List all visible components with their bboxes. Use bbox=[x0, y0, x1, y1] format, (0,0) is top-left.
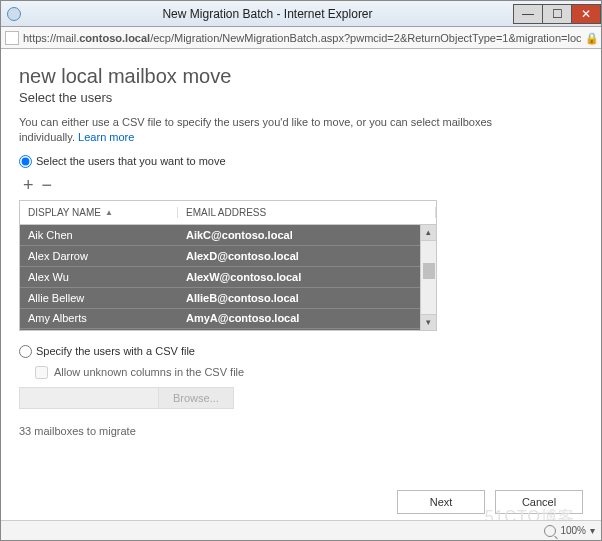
next-button[interactable]: Next bbox=[397, 490, 485, 514]
user-toolbar: + − bbox=[19, 174, 583, 200]
scroll-down-icon[interactable]: ▾ bbox=[421, 314, 436, 330]
footer-buttons: Next Cancel bbox=[397, 490, 583, 514]
ie-favicon bbox=[7, 7, 21, 21]
lock-icon: 🔒 bbox=[585, 32, 597, 44]
table-scrollbar[interactable]: ▴ ▾ bbox=[420, 225, 436, 330]
option-csv[interactable]: Specify the users with a CSV file bbox=[19, 345, 583, 358]
allow-unknown-checkbox[interactable] bbox=[35, 366, 48, 379]
table-row[interactable]: Amy AlbertsAmyA@contoso.local bbox=[20, 309, 436, 329]
table-row[interactable]: Allie BellewAllieB@contoso.local bbox=[20, 288, 436, 309]
minimize-button[interactable]: — bbox=[513, 4, 543, 24]
allow-unknown-label: Allow unknown columns in the CSV file bbox=[54, 366, 244, 378]
address-bar[interactable]: https://mail.contoso.local/ecp/Migration… bbox=[1, 27, 601, 49]
col-email[interactable]: EMAIL ADDRESS bbox=[178, 207, 436, 218]
csv-path-input bbox=[19, 387, 159, 409]
radio-select-users[interactable] bbox=[19, 155, 32, 168]
mailbox-count: 33 mailboxes to migrate bbox=[19, 425, 583, 437]
csv-section: Specify the users with a CSV file Allow … bbox=[19, 345, 583, 409]
scroll-thumb[interactable] bbox=[423, 263, 435, 279]
add-user-icon[interactable]: + bbox=[23, 176, 34, 194]
window-title: New Migration Batch - Internet Explorer bbox=[21, 7, 514, 21]
window-buttons: — ☐ ✕ bbox=[514, 4, 601, 24]
option-select-users-label: Select the users that you want to move bbox=[36, 155, 226, 167]
user-table: DISPLAY NAME▲ EMAIL ADDRESS Aik ChenAikC… bbox=[19, 200, 437, 331]
col-display-name[interactable]: DISPLAY NAME▲ bbox=[20, 207, 178, 218]
zoom-icon[interactable] bbox=[544, 525, 556, 537]
remove-user-icon[interactable]: − bbox=[42, 176, 53, 194]
option-csv-label: Specify the users with a CSV file bbox=[36, 345, 195, 357]
table-row[interactable]: Alex DarrowAlexD@contoso.local bbox=[20, 246, 436, 267]
page-icon bbox=[5, 31, 19, 45]
table-row[interactable]: Alex WuAlexW@contoso.local bbox=[20, 267, 436, 288]
option-select-users[interactable]: Select the users that you want to move bbox=[19, 155, 583, 168]
intro-text: You can either use a CSV file to specify… bbox=[19, 115, 549, 145]
scroll-up-icon[interactable]: ▴ bbox=[421, 225, 436, 241]
radio-csv[interactable] bbox=[19, 345, 32, 358]
cancel-button[interactable]: Cancel bbox=[495, 490, 583, 514]
browse-row: Browse... bbox=[19, 387, 583, 409]
zoom-dropdown-icon[interactable]: ▾ bbox=[590, 525, 595, 536]
maximize-button[interactable]: ☐ bbox=[542, 4, 572, 24]
table-row[interactable]: Aik ChenAikC@contoso.local bbox=[20, 225, 436, 246]
learn-more-link[interactable]: Learn more bbox=[78, 131, 134, 143]
url-text: https://mail.contoso.local/ecp/Migration… bbox=[23, 32, 581, 44]
content-area: new local mailbox move Select the users … bbox=[1, 49, 601, 437]
page-subheading: Select the users bbox=[19, 90, 583, 105]
close-button[interactable]: ✕ bbox=[571, 4, 601, 24]
table-header: DISPLAY NAME▲ EMAIL ADDRESS bbox=[20, 201, 436, 225]
window-titlebar: New Migration Batch - Internet Explorer … bbox=[1, 1, 601, 27]
sort-asc-icon: ▲ bbox=[105, 208, 113, 217]
status-bar: 100% ▾ bbox=[1, 520, 601, 540]
table-body: Aik ChenAikC@contoso.local Alex DarrowAl… bbox=[20, 225, 436, 330]
allow-unknown-row[interactable]: Allow unknown columns in the CSV file bbox=[35, 366, 583, 379]
browse-button[interactable]: Browse... bbox=[158, 387, 234, 409]
zoom-value: 100% bbox=[560, 525, 586, 536]
page-heading: new local mailbox move bbox=[19, 65, 583, 88]
